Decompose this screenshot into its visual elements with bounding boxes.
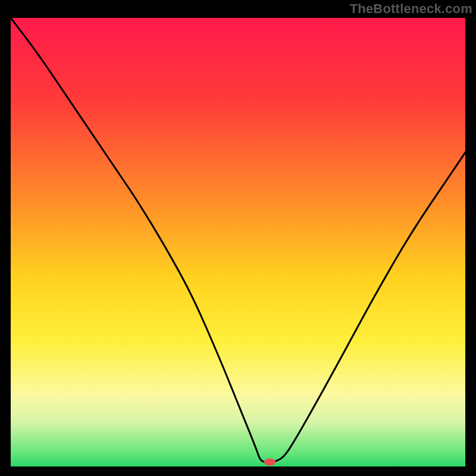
optimal-point-marker [264, 458, 275, 465]
chart-container: TheBottleneck.com [0, 0, 476, 476]
watermark-text: TheBottleneck.com [350, 1, 472, 17]
gradient-background [11, 18, 465, 466]
plot-area [11, 18, 465, 466]
bottleneck-plot [11, 18, 465, 466]
